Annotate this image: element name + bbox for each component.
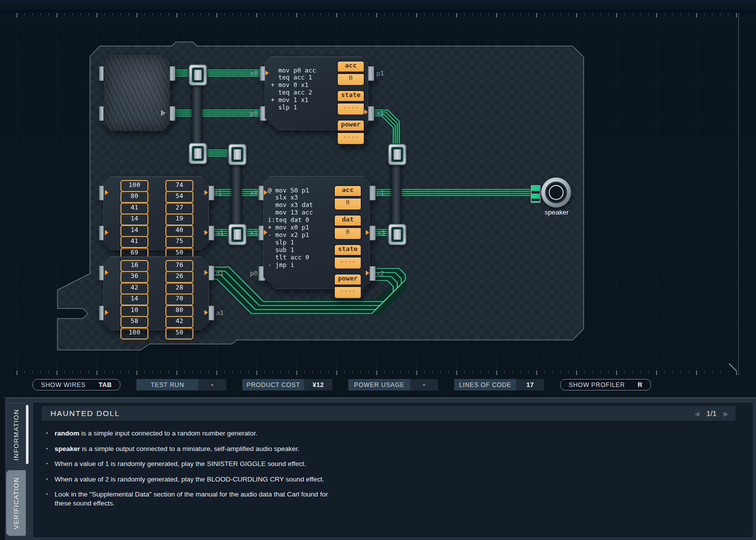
- ram-cell[interactable]: 40: [165, 225, 193, 237]
- ram-cell[interactable]: 41: [120, 202, 148, 214]
- test-run-button[interactable]: TEST RUN-: [136, 379, 226, 390]
- ram-cell[interactable]: 36: [120, 271, 148, 283]
- mc2-code-editor[interactable]: @ mov 50 p1 slx x3 mov x3 dat mov 13 acc…: [268, 187, 313, 269]
- register-name: power: [337, 120, 365, 132]
- bullet-text: random is a simple input connected to a …: [54, 429, 257, 438]
- ram-cell[interactable]: 100: [120, 328, 148, 340]
- register-value: 0: [334, 198, 362, 210]
- port-label-d1: d1: [214, 189, 222, 196]
- register-name: acc: [334, 185, 362, 197]
- ram-cell[interactable]: 16: [120, 260, 148, 272]
- ram-cell[interactable]: 50: [165, 328, 193, 340]
- register-value: 0: [337, 73, 365, 86]
- microcontroller-2[interactable]: @ mov 50 p1 slx x3 mov x3 dat mov 13 acc…: [263, 176, 370, 289]
- output-arrow-icon: [161, 110, 166, 116]
- bullet-text: Look in the "Supplemental Data" section …: [54, 490, 330, 508]
- random-input-chip[interactable]: [103, 55, 170, 131]
- port-direction-marker: [264, 230, 267, 235]
- ram-cell[interactable]: 41: [120, 236, 148, 248]
- prev-page-icon[interactable]: ◀: [695, 410, 700, 418]
- port-label-d1: d1: [216, 270, 224, 277]
- bullet-marker-icon: ▪: [46, 490, 47, 508]
- ram-cell[interactable]: 100: [120, 180, 148, 192]
- ram-cell[interactable]: 74: [165, 180, 193, 192]
- bridge-socket[interactable]: [228, 224, 247, 246]
- port-direction-marker: [364, 110, 368, 114]
- bridge-socket[interactable]: [228, 144, 247, 166]
- ram-cell[interactable]: 26: [165, 271, 193, 283]
- port-label-a1: a1: [216, 229, 224, 236]
- bridge-socket[interactable]: [188, 142, 207, 164]
- tab-verification-label: VERIFICATION: [12, 477, 20, 529]
- ram-cell[interactable]: 28: [165, 282, 193, 294]
- chip-pin: [367, 106, 374, 121]
- lines-of-code-button[interactable]: LINES OF CODE17: [454, 379, 544, 390]
- port-direction-marker: [204, 310, 208, 315]
- ram-cell[interactable]: 14: [120, 214, 148, 226]
- shortcut-key: R: [638, 382, 643, 388]
- ram-cell[interactable]: 14: [120, 294, 148, 306]
- stat-value: 17: [516, 379, 544, 390]
- bullet-marker-icon: ▪: [46, 475, 47, 484]
- ram-cell[interactable]: 19: [165, 214, 193, 226]
- mc2-registers: acc0dat0state----power----: [334, 185, 362, 303]
- ram-cell[interactable]: 80: [165, 305, 193, 317]
- register-state: state----: [337, 90, 365, 116]
- speaker-output[interactable]: [541, 178, 571, 208]
- port-label-x1: x1: [376, 110, 384, 117]
- bullet-marker-icon: ▪: [46, 460, 47, 468]
- shortcut-key: TAB: [98, 382, 112, 388]
- port-direction-marker: [204, 190, 208, 195]
- next-page-icon[interactable]: ▶: [724, 410, 729, 418]
- tab-verification[interactable]: VERIFICATION: [6, 470, 26, 536]
- microcontroller-1[interactable]: mov p0 acc teq acc 1 + mov 0 x1 teq acc …: [265, 56, 368, 130]
- mc1-code-editor[interactable]: mov p0 acc teq acc 1 + mov 0 x1 teq acc …: [271, 67, 316, 112]
- power-usage-button[interactable]: POWER USAGE-: [348, 379, 438, 390]
- ram-cell[interactable]: 42: [165, 316, 193, 328]
- chip-pin: [367, 66, 374, 81]
- register-value: ----: [337, 102, 365, 116]
- port-direction-marker: [105, 270, 108, 275]
- register-name: power: [334, 274, 362, 286]
- ram-cell[interactable]: 80: [120, 191, 148, 203]
- register-dat: dat0: [334, 214, 362, 240]
- port-label-p0: p0: [250, 110, 258, 117]
- stat-value: -: [198, 379, 226, 390]
- ram-cell[interactable]: 58: [120, 316, 148, 328]
- ram2-column-0[interactable]: 163642141058100: [120, 260, 148, 340]
- port-label-x3: x3: [377, 229, 385, 236]
- port-label-a1: a1: [216, 309, 224, 316]
- ram-cell[interactable]: 76: [165, 260, 193, 272]
- ram2-column-1[interactable]: 76262870804250: [165, 260, 193, 340]
- bullet-item: ▪random is a simple input connected to a…: [46, 429, 346, 438]
- show-profiler-button[interactable]: SHOW PROFILERR: [560, 379, 651, 390]
- ram-cell[interactable]: 70: [165, 294, 193, 306]
- show-wires-button[interactable]: SHOW WIRESTAB: [32, 379, 120, 390]
- bridge-socket[interactable]: [388, 224, 407, 246]
- shenzhen-io-workspace: x0p0p1x1d1x0a1x1p1x3d1p0a1x2 mov p0 acc …: [0, 0, 756, 540]
- tab-information[interactable]: INFORMATION: [6, 403, 26, 467]
- ram-cell[interactable]: 14: [120, 225, 148, 237]
- product-cost-button[interactable]: PRODUCT COST¥12: [242, 379, 332, 390]
- speaker-label: speaker: [534, 208, 579, 216]
- ram-chip-1[interactable]: 100804114144169 74542719407550: [103, 176, 209, 250]
- bridge-socket[interactable]: [388, 144, 407, 166]
- ram-chip-2[interactable]: 163642141058100 76262870804250: [103, 256, 209, 330]
- bridge-socket[interactable]: [188, 64, 207, 86]
- stat-label: TEST RUN: [136, 379, 198, 390]
- register-name: acc: [337, 60, 365, 72]
- stat-label: PRODUCT COST: [242, 379, 304, 390]
- ram-cell[interactable]: 27: [165, 202, 193, 214]
- ram1-column-1[interactable]: 74542719407550: [165, 180, 193, 260]
- tab-scroll-indicator[interactable]: [26, 405, 28, 464]
- port-label-p1: p1: [376, 189, 384, 196]
- ram1-column-0[interactable]: 100804114144169: [120, 180, 148, 260]
- bullet-marker-icon: ▪: [46, 429, 47, 438]
- ram-cell[interactable]: 10: [120, 305, 148, 317]
- ram-cell[interactable]: 42: [120, 282, 148, 294]
- register-power: power----: [337, 120, 365, 145]
- ram-cell[interactable]: 75: [165, 236, 193, 248]
- bullet-text: When a value of 2 is randomly generated,…: [54, 475, 324, 484]
- ram-cell[interactable]: 54: [165, 191, 193, 203]
- chip-pin: [369, 186, 376, 200]
